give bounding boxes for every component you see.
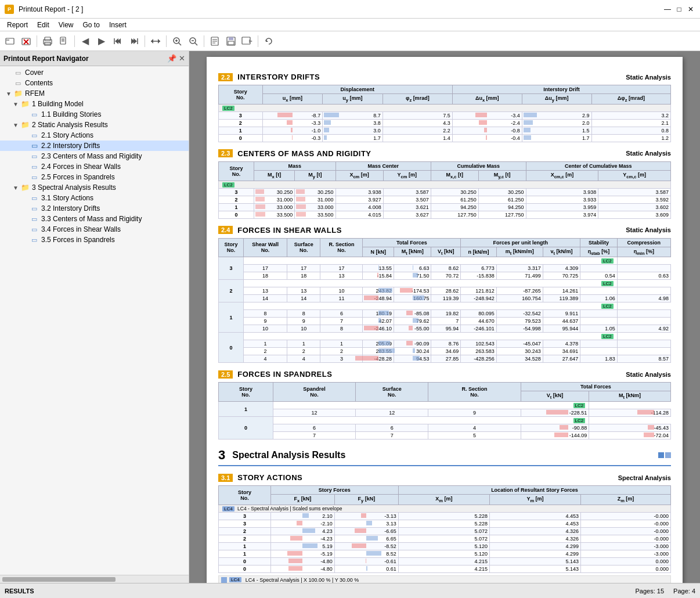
cell-mx: 30.250 [254, 188, 295, 196]
lc-badge: LC2 [601, 334, 614, 339]
tree-item-spectral[interactable]: ▼ 📁 3 Spectral Analysis Results [0, 182, 189, 193]
tree-item-3-5[interactable]: ▭ 3.5 Forces in Spandrels [0, 235, 189, 245]
cell-surf: 6 [356, 424, 428, 432]
nav-close-button[interactable]: ✕ [179, 54, 185, 63]
cell-spandrel: 12 [273, 409, 355, 417]
cell-uy: 1.7 [323, 134, 383, 142]
cell-Mx: 6.63 [394, 265, 431, 272]
tree-item-3-4[interactable]: ▭ 3.4 Forces in Shear Walls [0, 224, 189, 235]
menu-view[interactable]: View [54, 20, 78, 30]
cell-sw: 14 [243, 295, 287, 302]
svg-rect-1 [6, 39, 9, 41]
tree-item-3-3[interactable]: ▭ 3.3 Centers of Mass and Rigidity [0, 214, 189, 224]
prev-button[interactable]: ◀ [78, 34, 93, 49]
close-button[interactable]: ✕ [686, 5, 695, 14]
th-mass-center: Mass Center [335, 161, 431, 170]
next-button[interactable]: ▶ [94, 34, 109, 49]
cell-dux: -3.4 [452, 111, 522, 119]
cell-rsect: 7 [320, 318, 363, 325]
toggle-model[interactable]: ▼ [12, 101, 20, 107]
content-area[interactable]: 2.2 INTERSTORY DRIFTS Static Analysis St… [189, 51, 700, 583]
toggle-spectral[interactable]: ▼ [12, 185, 20, 191]
page-view-button[interactable] [207, 34, 222, 49]
first-button[interactable] [110, 34, 125, 49]
export2-button[interactable] [240, 34, 255, 49]
delete-button[interactable] [19, 34, 34, 49]
tree-item-model[interactable]: ▼ 📁 1 Building Model [0, 99, 189, 109]
th-ycm: Ycm [m] [383, 170, 431, 181]
maximize-button[interactable]: □ [674, 5, 684, 14]
table-row: 2 31.000 31.000 3.927 3.507 61.250 61.25… [219, 196, 671, 203]
tree-item-3-2[interactable]: ▭ 3.2 Interstory Drifts [0, 203, 189, 214]
th-uy: uy [mm] [323, 94, 383, 105]
tree-item-cover[interactable]: ▭ Cover [0, 67, 189, 78]
export-button[interactable] [148, 34, 163, 49]
open-button[interactable] [2, 34, 17, 49]
th-displacement: Displacement [262, 85, 452, 94]
cell-ycm: 3.627 [383, 211, 431, 218]
cell-xcm: 3.927 [335, 196, 383, 203]
zoom-in-button[interactable] [169, 34, 185, 49]
menu-goto[interactable]: Go to [78, 20, 104, 30]
th-2-5-V: Vt [kN] [521, 391, 589, 402]
last-button[interactable] [127, 34, 142, 49]
cell-surf: 13 [287, 287, 320, 295]
th-ux: ux [mm] [262, 94, 323, 105]
menu-edit[interactable]: Edit [33, 20, 54, 30]
nav-tree[interactable]: ▭ Cover ▭ Contents ▼ 📁 RFEM ▼ 📁 [0, 66, 189, 575]
svg-marker-36 [249, 39, 252, 43]
minimize-button[interactable]: — [663, 5, 672, 14]
cell-story: 1 [219, 127, 263, 134]
table-row: 3 -2.10 3.13 5.228 4.453 -0.000 [219, 520, 671, 527]
tree-item-1-1[interactable]: ▭ 1.1 Building Stories [0, 109, 189, 120]
lc-cell: LC2 [243, 280, 617, 287]
table-row: 0 -4.80 -0.61 4.215 5.143 0.000 [219, 557, 671, 565]
cell-Xm: 5.072 [398, 535, 489, 542]
footer-3-1: LC4 LC4 - Spectral Analysis | X 100.00 %… [218, 575, 671, 583]
print-button[interactable] [40, 34, 55, 49]
toggle-static[interactable]: ▼ [12, 122, 20, 128]
tree-item-static[interactable]: ▼ 📁 2 Static Analysis Results [0, 120, 189, 130]
cell-story: 0 [219, 565, 271, 572]
cell-comp [617, 318, 670, 325]
cell-Mx: 94.53 [394, 355, 431, 363]
cell-uy: 3.8 [323, 119, 383, 127]
table-row: 12 12 9 -228.51 -114.28 [219, 409, 671, 417]
cell-comp [617, 340, 670, 348]
cell-story: 3 [219, 512, 271, 520]
tree-item-2-2[interactable]: ▭ 2.2 Interstory Drifts [0, 141, 189, 151]
tree-item-2-4[interactable]: ▭ 2.4 Forces in Shear Walls [0, 161, 189, 172]
tree-item-2-1[interactable]: ▭ 2.1 Story Actions [0, 130, 189, 141]
section-2-5-num: 2.5 [218, 370, 233, 379]
cell-nx: 80.095 [461, 310, 496, 318]
toggle-rfem[interactable]: ▼ [5, 91, 13, 97]
menu-report[interactable]: Report [2, 20, 33, 30]
tree-item-2-3[interactable]: ▭ 2.3 Centers of Mass and Rigidity [0, 151, 189, 161]
tree-item-3-1[interactable]: ▭ 3.1 Story Actions [0, 193, 189, 203]
menu-bar: Report Edit View Go to Insert [0, 19, 700, 31]
spectral-num: 3 [218, 448, 225, 463]
tree-item-rfem[interactable]: ▼ 📁 RFEM [0, 88, 189, 99]
nav-pin-button[interactable]: 📌 [167, 54, 176, 63]
lc-cell: LC2 [243, 302, 617, 310]
cell-mxc: 94.250 [431, 203, 478, 211]
cell-Zm: -0.000 [581, 512, 671, 520]
cell-story: 2 [219, 119, 263, 127]
tree-item-2-5[interactable]: ▭ 2.5 Forces in Spandrels [0, 172, 189, 182]
cell-surf: 4 [287, 355, 320, 363]
tree-item-contents[interactable]: ▭ Contents [0, 78, 189, 88]
cell-Fy: 0.61 [334, 565, 398, 572]
save-button[interactable] [223, 34, 239, 49]
nav-horizontal-scrollbar[interactable] [0, 575, 189, 583]
print2-button[interactable] [56, 34, 71, 49]
main-layout: Printout Report Navigator 📌 ✕ ▭ Cover ▭ … [0, 51, 700, 583]
zoom-out-button[interactable] [186, 34, 201, 49]
th-2-4-story: StoryNo. [219, 238, 244, 257]
table-row: 3 30.250 30.250 3.938 3.587 30.250 30.25… [219, 188, 671, 196]
refresh-button[interactable] [261, 34, 276, 49]
table-2-3: StoryNo. Mass Mass Center Cumulative Mas… [218, 161, 671, 219]
cell-Vy: 8.62 [431, 265, 461, 272]
cell-Zm: -0.000 [581, 527, 671, 535]
menu-insert[interactable]: Insert [104, 20, 131, 30]
tree-label-rfem: RFEM [25, 89, 45, 98]
